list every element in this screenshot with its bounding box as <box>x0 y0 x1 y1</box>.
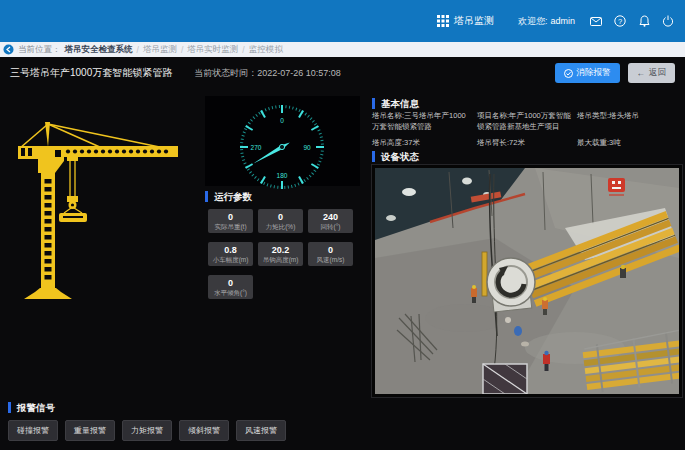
info-label: 塔吊名称: <box>372 111 404 120</box>
power-icon[interactable] <box>661 14 675 28</box>
wind-alarm-button[interactable]: 风速报警 <box>236 420 286 441</box>
breadcrumb-item-realtime[interactable]: 塔吊实时监测 <box>187 44 238 56</box>
info-value: 3吨 <box>609 138 621 147</box>
param-value: 0 <box>328 246 333 255</box>
svg-text:?: ? <box>618 17 622 26</box>
device-status-header-label: 设备状态 <box>381 151 419 162</box>
breadcrumb-location-label: 当前位置： <box>18 44 61 56</box>
back-label: 返回 <box>649 67 666 79</box>
status-time: 当前状态时间：2022-07-26 10:57:08 <box>194 67 341 80</box>
info-label: 塔吊臂长: <box>477 138 509 147</box>
crane-base <box>24 288 72 299</box>
breadcrumb-separator: / <box>137 45 139 55</box>
info-crane-height: 塔吊高度:37米 <box>372 137 420 148</box>
info-label: 最大载重: <box>577 138 609 147</box>
param-wind-speed: 0风速(m/s) <box>308 242 353 266</box>
mesh-basket <box>483 364 527 394</box>
param-tilt-angle: 0水平倾角(°) <box>208 275 253 299</box>
alarms-header-label: 报警信号 <box>17 402 55 413</box>
weight-alarm-button[interactable]: 重量报警 <box>65 420 115 441</box>
params-header: 运行参数 <box>205 191 252 202</box>
info-label: 塔吊类型: <box>577 111 609 120</box>
rotation-compass: 0 90 180 270 <box>205 96 360 186</box>
welcome-text: 欢迎您:admin <box>518 15 575 28</box>
cable-reel <box>487 258 535 312</box>
device-status-header: 设备状态 <box>372 151 419 162</box>
param-hook-height: 20.2吊钩高度(m) <box>258 242 303 266</box>
param-label: 风速(m/s) <box>317 256 345 263</box>
app-brand[interactable]: 塔吊监测 <box>437 14 494 28</box>
clear-alarm-label: 消除报警 <box>577 67 611 79</box>
welcome-label: 欢迎您: <box>518 16 548 26</box>
param-label: 实际吊重(t) <box>214 223 246 230</box>
param-value: 0 <box>278 213 283 222</box>
status-time-label: 当前状态时间： <box>194 68 257 78</box>
info-value: 72米 <box>509 138 525 147</box>
help-icon[interactable]: ? <box>613 14 627 28</box>
compass-label-0: 0 <box>280 117 284 124</box>
info-max-load: 最大载重:3吨 <box>577 137 621 148</box>
info-crane-type: 塔吊类型:塔头塔吊 <box>577 110 682 121</box>
params-grid: 0实际吊重(t) 0力矩比(%) 240回转(°) 0.8小车幅度(m) 20.… <box>208 209 358 299</box>
status-time-value: 2022-07-26 10:57:08 <box>257 68 341 78</box>
breadcrumb-item-simulation[interactable]: 监控模拟 <box>249 44 283 56</box>
grid-icon <box>437 15 449 27</box>
breadcrumb-item-monitor[interactable]: 塔吊监测 <box>143 44 177 56</box>
tilt-alarm-button[interactable]: 倾斜报警 <box>179 420 229 441</box>
breadcrumb-separator: / <box>181 45 183 55</box>
back-arrow-icon: ← <box>637 68 646 78</box>
bell-icon[interactable] <box>637 14 651 28</box>
param-value: 240 <box>323 213 338 222</box>
breadcrumb-item-system[interactable]: 塔吊安全检查系统 <box>65 44 133 56</box>
username: admin <box>550 16 575 26</box>
info-project-name: 项目名称:年产1000万套智能锁紧管路新基地生产项目 <box>477 110 573 133</box>
param-value: 0.8 <box>224 246 237 255</box>
param-label: 力矩比(%) <box>266 223 296 230</box>
param-label: 吊钩高度(m) <box>263 256 299 263</box>
param-label: 小车幅度(m) <box>213 256 249 263</box>
param-trolley-range: 0.8小车幅度(m) <box>208 242 253 266</box>
info-value: 37米 <box>404 138 420 147</box>
alarm-buttons-row: 碰撞报警 重量报警 力矩报警 倾斜报警 风速报警 <box>8 420 286 441</box>
info-crane-name: 塔吊名称:三号塔吊年产1000万套智能锁紧管路 <box>372 110 472 133</box>
spreader-bar <box>482 252 487 296</box>
basic-info-header: 基本信息 <box>372 98 419 109</box>
location-icon[interactable] <box>3 44 14 55</box>
compass-label-90: 90 <box>303 144 311 151</box>
brand-label: 塔吊监测 <box>454 14 494 28</box>
back-button[interactable]: ← 返回 <box>628 63 676 83</box>
mail-icon[interactable] <box>589 14 603 28</box>
page-titlebar: 三号塔吊年产1000万套智能锁紧管路 当前状态时间：2022-07-26 10:… <box>0 57 685 89</box>
param-rotation: 240回转(°) <box>308 209 353 233</box>
info-label: 塔吊高度: <box>372 138 404 147</box>
clear-alarm-button[interactable]: 消除报警 <box>555 63 620 83</box>
app-window: 塔吊监测 欢迎您:admin ? 当前位置： 塔吊安全检查系统 / <box>0 0 685 450</box>
breadcrumb: 当前位置： 塔吊安全检查系统 / 塔吊监测 / 塔吊实时监测 / 监控模拟 <box>0 42 685 57</box>
info-jib-length: 塔吊臂长:72米 <box>477 137 525 148</box>
circle-check-icon <box>564 69 573 78</box>
basic-info-header-label: 基本信息 <box>381 98 419 109</box>
params-header-label: 运行参数 <box>214 191 252 202</box>
param-value: 20.2 <box>272 246 290 255</box>
info-value: 塔头塔吊 <box>609 111 639 120</box>
compass-label-270: 270 <box>251 144 262 151</box>
param-label: 水平倾角(°) <box>214 289 247 296</box>
moment-alarm-button[interactable]: 力矩报警 <box>122 420 172 441</box>
crane-name-title: 三号塔吊年产1000万套智能锁紧管路 <box>10 66 172 80</box>
top-navbar: 塔吊监测 欢迎您:admin ? <box>0 0 685 42</box>
param-moment-ratio: 0力矩比(%) <box>258 209 303 233</box>
crane-illustration <box>4 95 200 325</box>
collision-alarm-button[interactable]: 碰撞报警 <box>8 420 58 441</box>
param-actual-load: 0实际吊重(t) <box>208 209 253 233</box>
alarms-header: 报警信号 <box>8 402 55 413</box>
param-value: 0 <box>228 279 233 288</box>
compass-label-180: 180 <box>277 172 288 179</box>
info-label: 项目名称: <box>477 111 509 120</box>
breadcrumb-separator: / <box>242 45 244 55</box>
param-value: 0 <box>228 213 233 222</box>
camera-feed <box>372 165 682 397</box>
param-label: 回转(°) <box>321 223 341 230</box>
